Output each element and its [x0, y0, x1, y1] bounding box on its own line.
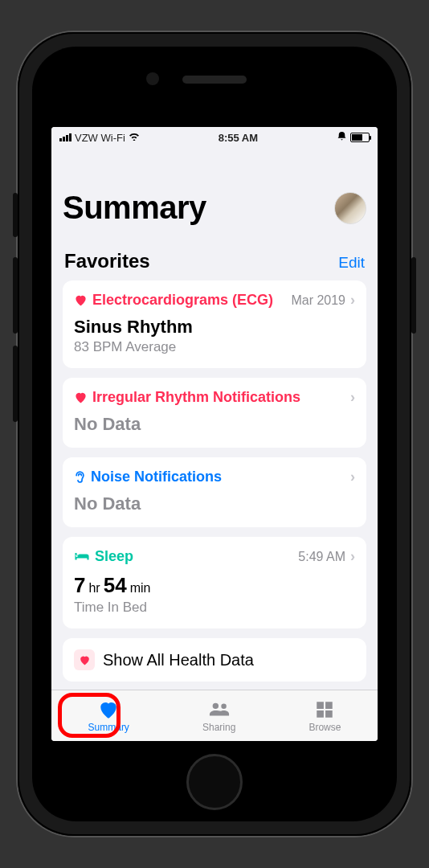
card-irregular-rhythm[interactable]: Irregular Rhythm Notifications › No Data	[63, 378, 366, 448]
chevron-right-icon: ›	[350, 292, 355, 309]
avatar[interactable]	[334, 192, 366, 224]
chevron-right-icon: ›	[350, 389, 355, 406]
card-ecg-timestamp: Mar 2019	[291, 293, 345, 308]
bed-icon	[74, 551, 90, 563]
heart-icon	[98, 699, 119, 720]
status-bar: VZW Wi-Fi 8:55 AM	[51, 127, 378, 148]
signal-icon	[59, 133, 72, 141]
people-icon	[209, 699, 230, 720]
tab-bar: Summary Sharing Browse	[51, 690, 378, 741]
card-sleep-timestamp: 5:49 AM	[298, 550, 345, 564]
heart-icon	[74, 391, 88, 403]
card-irregular-value: No Data	[74, 414, 355, 435]
tab-summary-label: Summary	[88, 722, 129, 733]
battery-icon	[350, 133, 370, 142]
carrier-label: VZW Wi-Fi	[75, 132, 125, 144]
heart-icon	[74, 294, 88, 306]
tab-browse[interactable]: Browse	[308, 699, 341, 733]
ear-icon	[74, 470, 86, 485]
tab-browse-label: Browse	[308, 722, 341, 733]
tab-sharing[interactable]: Sharing	[202, 699, 235, 733]
card-sleep-title: Sleep	[95, 548, 133, 565]
favorites-heading: Favorites	[64, 250, 150, 272]
chevron-right-icon: ›	[350, 548, 355, 565]
show-all-label: Show All Health Data	[103, 651, 254, 669]
alarm-icon	[337, 131, 347, 144]
show-all-health-data-button[interactable]: Show All Health Data	[63, 638, 366, 682]
card-noise-title: Noise Notifications	[91, 469, 222, 485]
tab-summary[interactable]: Summary	[88, 699, 129, 733]
tab-sharing-label: Sharing	[202, 722, 235, 733]
card-ecg[interactable]: Electrocardiograms (ECG) Mar 2019 › Sinu…	[63, 280, 366, 368]
edit-button[interactable]: Edit	[338, 254, 365, 272]
heart-icon	[74, 649, 95, 670]
card-sleep-value: 7hr 54min	[74, 573, 355, 598]
clock-label: 8:55 AM	[219, 132, 258, 144]
card-sleep[interactable]: Sleep 5:49 AM › 7hr 54min Time In Bed	[63, 537, 366, 628]
card-noise[interactable]: Noise Notifications › No Data	[63, 457, 366, 527]
card-ecg-title: Electrocardiograms (ECG)	[92, 292, 273, 309]
page-title: Summary	[63, 190, 206, 226]
card-ecg-subvalue: 83 BPM Average	[74, 339, 355, 355]
wifi-icon	[129, 132, 140, 143]
card-irregular-title: Irregular Rhythm Notifications	[92, 389, 300, 406]
card-noise-value: No Data	[74, 493, 355, 514]
grid-icon	[314, 699, 335, 720]
card-ecg-value: Sinus Rhythm	[74, 317, 355, 338]
chevron-right-icon: ›	[350, 469, 355, 485]
card-sleep-subvalue: Time In Bed	[74, 600, 355, 616]
